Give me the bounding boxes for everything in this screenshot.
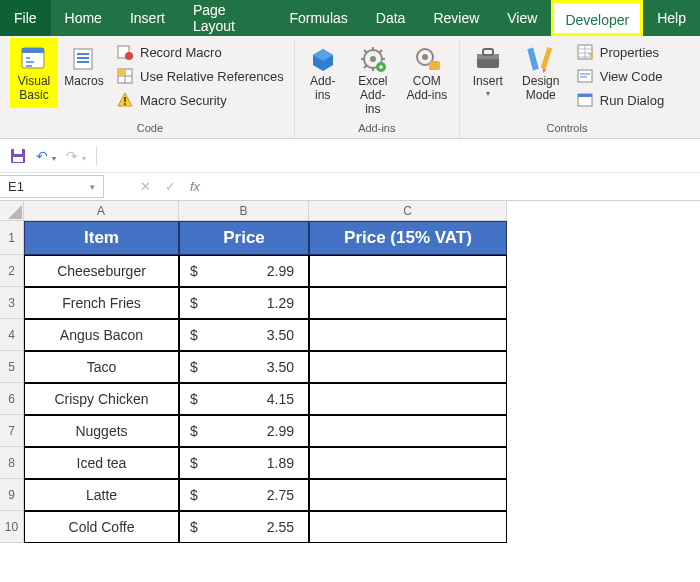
cell-price[interactable]: $2.55 xyxy=(179,511,309,543)
undo-button[interactable]: ↶ ▾ xyxy=(36,148,56,164)
record-macro-label: Record Macro xyxy=(140,45,222,60)
cell-price-vat[interactable] xyxy=(309,351,507,383)
cell-price-vat[interactable] xyxy=(309,319,507,351)
excel-addins-label: Excel Add-ins xyxy=(353,75,393,116)
save-button[interactable] xyxy=(10,148,26,164)
cell-price-vat[interactable] xyxy=(309,511,507,543)
cell-price[interactable]: $2.75 xyxy=(179,479,309,511)
macros-button[interactable]: Macros xyxy=(62,40,106,92)
design-mode-button[interactable]: Design Mode xyxy=(516,40,566,106)
cell-price-vat[interactable] xyxy=(309,255,507,287)
svg-rect-21 xyxy=(578,70,592,82)
cell-item[interactable]: Crispy Chicken xyxy=(24,383,179,415)
macros-label: Macros xyxy=(64,75,103,89)
row-header[interactable]: 8 xyxy=(0,447,24,479)
row-header[interactable]: 7 xyxy=(0,415,24,447)
cell-price[interactable]: $3.50 xyxy=(179,319,309,351)
cell-item[interactable]: Taco xyxy=(24,351,179,383)
ruler-pencil-icon xyxy=(525,43,557,75)
row-header[interactable]: 4 xyxy=(0,319,24,351)
chevron-down-icon: ▾ xyxy=(486,89,490,98)
visual-basic-button[interactable]: Visual Basic xyxy=(12,40,56,106)
cell-price[interactable]: $2.99 xyxy=(179,415,309,447)
group-label-controls: Controls xyxy=(546,120,587,138)
cell-item[interactable]: Nuggets xyxy=(24,415,179,447)
cell-price[interactable]: $4.15 xyxy=(179,383,309,415)
cancel-formula-icon[interactable]: ✕ xyxy=(140,179,151,194)
row-header[interactable]: 2 xyxy=(0,255,24,287)
cell-item[interactable]: Cheeseburger xyxy=(24,255,179,287)
view-code-icon xyxy=(576,67,594,85)
row-header[interactable]: 5 xyxy=(0,351,24,383)
cell-item[interactable]: Latte xyxy=(24,479,179,511)
row-header[interactable]: 10 xyxy=(0,511,24,543)
cell-price-vat[interactable] xyxy=(309,383,507,415)
quick-access-toolbar: ↶ ▾ ↷ ▾ xyxy=(0,139,700,173)
addins-button[interactable]: Add- ins xyxy=(301,40,345,106)
menu-developer[interactable]: Developer xyxy=(551,0,643,36)
row-header[interactable]: 3 xyxy=(0,287,24,319)
insert-control-label: Insert xyxy=(473,75,503,89)
name-box[interactable]: E1 xyxy=(0,175,104,198)
com-addins-button[interactable]: COM Add-ins xyxy=(401,40,453,106)
col-header-c[interactable]: C xyxy=(309,201,507,221)
menu-data[interactable]: Data xyxy=(362,0,420,36)
gear-icon xyxy=(357,43,389,75)
cell-price[interactable]: $3.50 xyxy=(179,351,309,383)
cell-price-vat[interactable] xyxy=(309,415,507,447)
col-header-b[interactable]: B xyxy=(179,201,309,221)
table-header-price-vat[interactable]: Price (15% VAT) xyxy=(309,221,507,255)
cell-item[interactable]: Angus Bacon xyxy=(24,319,179,351)
cell-price-vat[interactable] xyxy=(309,479,507,511)
svg-rect-6 xyxy=(118,69,125,76)
svg-rect-14 xyxy=(429,61,440,70)
cell-price[interactable]: $1.89 xyxy=(179,447,309,479)
insert-control-button[interactable]: Insert ▾ xyxy=(466,40,510,101)
fx-icon[interactable]: fx xyxy=(190,179,206,194)
cell-price-vat[interactable] xyxy=(309,447,507,479)
svg-rect-18 xyxy=(527,48,538,71)
group-label-addins: Add-ins xyxy=(358,120,395,138)
excel-addins-button[interactable]: Excel Add-ins xyxy=(351,40,395,119)
cell-price-vat[interactable] xyxy=(309,287,507,319)
cell-item[interactable]: Cold Coffe xyxy=(24,511,179,543)
cell-item[interactable]: Iced tea xyxy=(24,447,179,479)
menu-help[interactable]: Help xyxy=(643,0,700,36)
properties-button[interactable]: Properties xyxy=(572,42,668,62)
formula-bar: E1 ✕ ✓ fx xyxy=(0,173,700,201)
cell-price[interactable]: $1.29 xyxy=(179,287,309,319)
grid-icon xyxy=(116,67,134,85)
cell-price[interactable]: $2.99 xyxy=(179,255,309,287)
row-header[interactable]: 9 xyxy=(0,479,24,511)
formula-input[interactable] xyxy=(216,179,700,194)
menu-file[interactable]: File xyxy=(0,0,51,36)
redo-button[interactable]: ↷ ▾ xyxy=(66,148,86,164)
svg-rect-25 xyxy=(14,149,22,154)
select-all-corner[interactable] xyxy=(0,201,24,221)
record-macro-button[interactable]: Record Macro xyxy=(112,42,288,62)
use-relative-references-button[interactable]: Use Relative References xyxy=(112,66,288,86)
table-header-item[interactable]: Item xyxy=(24,221,179,255)
macro-security-button[interactable]: Macro Security xyxy=(112,90,288,110)
menu-formulas[interactable]: Formulas xyxy=(275,0,361,36)
row-header[interactable]: 6 xyxy=(0,383,24,415)
menu-insert[interactable]: Insert xyxy=(116,0,179,36)
menu-view[interactable]: View xyxy=(493,0,551,36)
macros-icon xyxy=(68,43,100,75)
table-header-price[interactable]: Price xyxy=(179,221,309,255)
dialog-icon xyxy=(576,91,594,109)
menu-review[interactable]: Review xyxy=(419,0,493,36)
addins-label: Add- ins xyxy=(310,75,335,103)
ribbon-group-controls: Insert ▾ Design Mode Properties View Cod… xyxy=(460,40,674,138)
enter-formula-icon[interactable]: ✓ xyxy=(165,179,176,194)
menu-home[interactable]: Home xyxy=(51,0,116,36)
row-header[interactable]: 1 xyxy=(0,221,24,255)
menu-page-layout[interactable]: Page Layout xyxy=(179,0,276,36)
design-mode-label: Design Mode xyxy=(522,75,559,103)
run-dialog-button[interactable]: Run Dialog xyxy=(572,90,668,110)
addins-icon xyxy=(307,43,339,75)
view-code-button[interactable]: View Code xyxy=(572,66,668,86)
view-code-label: View Code xyxy=(600,69,663,84)
cell-item[interactable]: French Fries xyxy=(24,287,179,319)
col-header-a[interactable]: A xyxy=(24,201,179,221)
